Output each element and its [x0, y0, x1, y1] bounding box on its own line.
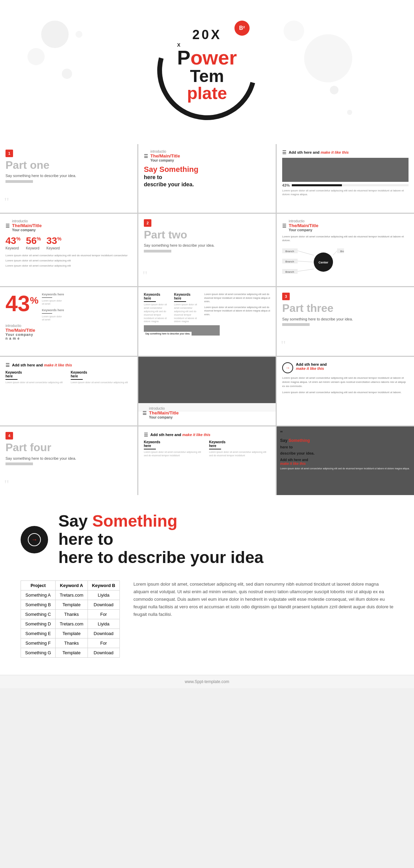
slide11-company: Your company	[149, 415, 179, 419]
slide12-add: Add sth here andmake it like this	[296, 362, 327, 371]
slide2-company: Your company	[150, 159, 180, 162]
slide3-bar-fill	[292, 184, 342, 186]
table-cell: Tretars.com	[55, 590, 88, 600]
svg-line-11	[298, 261, 314, 262]
slide8-kw1-text: Lorem ipsum dolor sit amet consectetur a…	[144, 303, 171, 323]
hero-year: 20X	[177, 27, 237, 42]
slide6-header: ☰ introductio The/Main/Title Your compan…	[282, 219, 409, 232]
part-three-title: Part three	[282, 302, 409, 314]
slide3-image	[282, 158, 409, 182]
slide12-header-row: → Add sth here andmake it like this	[282, 362, 409, 373]
slide10-add: Add sth here and make it like this	[12, 363, 72, 367]
slide8-img-text: Say something here to describe your idea…	[144, 332, 192, 336]
deco-circle-1	[41, 21, 69, 48]
slide2-intro: introductio	[150, 150, 180, 153]
svg-text:→: →	[31, 536, 37, 543]
deco-circle-7	[330, 86, 338, 94]
slide10-header: ☰ Add sth here and make it like this	[5, 362, 132, 368]
slide7-company: Your companyn a m e	[5, 333, 132, 340]
slide4-desc3: Lorem ipsum dolor sit amet consectetur a…	[5, 264, 132, 268]
slide8-content: Keywordshere Lorem ipsum dolor sit amet …	[144, 293, 270, 323]
slide14-kw2-line	[209, 449, 221, 449]
slide2-say-text: Say Something	[144, 165, 198, 174]
table-cell: Thanks	[55, 638, 88, 648]
gray-block-4	[5, 462, 33, 465]
slide3-bar-row: 43%	[282, 183, 409, 187]
table-cell: Template	[55, 600, 88, 609]
slide-part-four: 4 Part four Say something here to descri…	[0, 426, 137, 495]
slide2-here: here todescribe your idea.	[144, 174, 270, 188]
table-cell: Template	[55, 648, 88, 657]
slide-add-lorem: → Add sth here andmake it like this Lore…	[277, 357, 414, 425]
svg-text:Branch: Branch	[285, 250, 294, 253]
kw-line-7a	[42, 297, 52, 298]
slide6-main-title: The/Main/Title	[289, 223, 318, 228]
hero-template-text2: plate	[177, 85, 237, 102]
slide4-main-title: The/Main/Title	[12, 223, 42, 228]
slide10-kw1-text: Lorem ipsum dolor sit amet consectetur a…	[5, 381, 67, 384]
table-cell: Something D	[21, 619, 56, 629]
footer: www.Sppt-template.com	[0, 675, 414, 688]
table-cell: For	[88, 609, 119, 619]
bottom-here: here to	[58, 530, 113, 548]
slide11-intro: introductio	[149, 407, 179, 410]
table-cell: Something A	[21, 590, 56, 600]
menu-icon-3: ☰	[282, 150, 287, 155]
svg-line-10	[298, 251, 314, 255]
bottom-arrow-circle: →	[21, 526, 48, 553]
stat-num-3: 33%	[46, 235, 61, 246]
slide14-kws: Keywordshere Lorem ipsum dolor sit amet …	[144, 440, 270, 457]
svg-text:Center: Center	[319, 261, 329, 264]
slide-branch: ☰ introductio The/Main/Title Your compan…	[277, 214, 414, 286]
table-cell: Tretars.com	[55, 619, 88, 629]
table-cell: Template	[55, 629, 88, 638]
bottom-arrow-icon: →	[27, 533, 41, 547]
bottom-hero: → Say Something here to here to describe…	[0, 495, 414, 580]
gray-block-3	[282, 323, 310, 326]
bottom-say: Say	[58, 512, 88, 530]
slide7-intro: introductio	[5, 324, 132, 328]
stat-num-2: 56%	[26, 235, 41, 246]
hero-template-text: Tem	[177, 68, 237, 85]
table-row: Something DTretars.comLiyida	[21, 619, 120, 629]
slide7-kw2: Keywords here	[42, 308, 64, 312]
slide-number-1: 1	[5, 150, 13, 157]
hero-text-block: 20X X Power Tem plate	[177, 27, 237, 102]
slide10-kw1: Keywordshere Lorem ipsum dolor sit amet …	[5, 371, 67, 384]
stat-item-3: 33% Keyword	[46, 235, 61, 250]
slide15-lorem: Lorem ipsum dolor sit amet consectetur a…	[280, 467, 411, 470]
menu-icon-2: ☰	[144, 153, 148, 159]
table-cell: Something E	[21, 629, 56, 638]
gray-block-1	[5, 180, 33, 183]
slide-say-something: ☰ introductio The/Main/Title Your compan…	[138, 144, 276, 213]
slide2-header: ☰ introductio The/Main/Title Your compan…	[144, 150, 270, 162]
part-one-title: Part one	[5, 159, 132, 171]
slide11-header: ☰ introductio The/Main/Title Your compan…	[142, 407, 272, 419]
slide7-kw2-text: Lorem ipsum dolorsit amet	[42, 315, 64, 321]
data-table: Project Keyword A Keyword B Something AT…	[21, 580, 120, 658]
table-row: Something ETemplateDownload	[21, 629, 120, 638]
slide8-kw2-title: Keywordshere	[174, 293, 202, 300]
part-two-sub: Say something here to describe your idea…	[144, 243, 270, 248]
table-cell: Download	[88, 629, 119, 638]
table-cell: Something F	[21, 638, 56, 648]
slide14-kw1: Keywordshere Lorem ipsum dolor sit amet …	[144, 440, 205, 457]
slide8-mid: Keywordshere Lorem ipsum dolor sit amet …	[174, 293, 202, 323]
deco-circle-3	[62, 69, 72, 79]
slide-number-3: 3	[282, 293, 290, 300]
slide-add-keywords: ☰ Add sth here and make it like this Key…	[0, 357, 137, 425]
slides-grid: 1 Part one Say something here to describ…	[0, 144, 414, 495]
stat-item-1: 43% Keyword	[5, 235, 21, 250]
stat-num-1: 43%	[5, 235, 21, 246]
stat-label-1: Keyword	[5, 246, 21, 250]
slide10-kw2-text: Lorem ipsum dolor sit amet consectetur a…	[71, 381, 132, 384]
menu-icon-14: ☰	[144, 432, 148, 437]
gray-block-2	[144, 250, 171, 253]
bottom-text: Say Something here to here to describe y…	[58, 512, 264, 566]
slide10-kw2: Keywordshere Lorem ipsum dolor sit amet …	[71, 371, 132, 384]
quote-mark-1: "	[4, 195, 9, 209]
slide11-overlay: ☰ introductio The/Main/Title Your compan…	[138, 403, 276, 425]
table-cell: Thanks	[55, 609, 88, 619]
branch-diagram-svg: Center Branch Branch Branch Branch	[282, 245, 344, 279]
slide-keywords-lorem: Keywordshere Lorem ipsum dolor sit amet …	[138, 287, 276, 356]
